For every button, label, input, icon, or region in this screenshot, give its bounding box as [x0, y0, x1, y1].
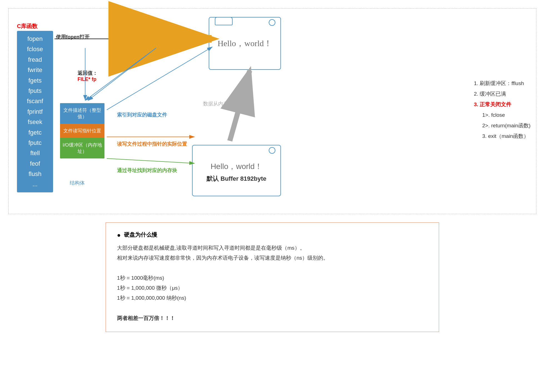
memory-block-text: Hello，world！	[211, 158, 263, 172]
func-flush: flush	[17, 169, 53, 179]
mem-label: 通过寻址找到对应的内存块	[117, 167, 177, 174]
memory-block-box: Hello，world！ 默认 Buffer 8192byte	[192, 145, 281, 196]
flush-item-1: 1. 刷新缓冲区：fflush	[474, 78, 530, 89]
func-fseek: fseek	[17, 117, 53, 127]
return-val: 返回值： FILE* fp	[78, 70, 98, 82]
data-flush-label: 数据从内存刷新到磁盘	[203, 100, 253, 107]
note-line3: 1秒 = 1000毫秒(ms)	[117, 273, 428, 283]
flush-item-6: 3. exit（main函数）	[482, 131, 530, 142]
flush-panel: 1. 刷新缓冲区：fflush 2. 缓冲区已满 3. 正常关闭文件 1>. f…	[474, 78, 530, 142]
flush-item-2: 2. 缓冲区已满	[474, 89, 530, 99]
svg-line-9	[107, 47, 212, 110]
main-diagram: C库函数 fopen fclose fread fwrite fgets fpu…	[8, 8, 536, 214]
rw-label: 读写文件过程中指针的实际位置	[117, 141, 187, 147]
scroll-curl-top	[269, 19, 275, 26]
func-fscanf: fscanf	[17, 96, 53, 106]
note-line6: 两者相差一百万倍！！！	[117, 313, 428, 323]
flush-item-5: 2>. return(main函数)	[482, 120, 530, 131]
note-line1: 大部分硬盘都是机械硬盘,读取寻道时间和写入寻道时间都是是在毫秒级（ms）。	[117, 243, 428, 253]
disk-file-text: Hello，world！	[218, 38, 272, 49]
struct-label: 结构体	[70, 180, 85, 186]
file-io-section: I/O缓冲区（内存地址）	[60, 138, 104, 158]
c-lib-box: fopen fclose fread fwrite fgets fputs fs…	[17, 31, 53, 192]
file-rw-section: 文件读写指针位置	[60, 124, 104, 138]
note-title: 硬盘为什么慢	[124, 231, 157, 239]
func-dots: ...	[17, 179, 53, 189]
note-line5: 1秒 = 1,000,000,000 纳秒(ns)	[117, 293, 428, 303]
disk-file-box: Hello，world！	[209, 17, 281, 70]
buffer-label: 默认 Buffer 8192byte	[206, 175, 266, 183]
file-struct: 文件描述符（整型值） 文件读写指针位置 I/O缓冲区（内存地址）	[60, 103, 104, 158]
func-fopen: fopen	[17, 34, 53, 44]
func-fgetc: fgetc	[17, 127, 53, 138]
func-feof: feof	[17, 158, 53, 169]
svg-line-11	[107, 158, 194, 163]
flush-item-4: 1>. fclose	[482, 110, 530, 120]
bullet-icon: ●	[117, 232, 121, 239]
index-label: 索引到对应的磁盘文件	[117, 111, 167, 118]
func-fclose: fclose	[17, 44, 53, 54]
bottom-note-box: ● 硬盘为什么慢 大部分硬盘都是机械硬盘,读取寻道时间和写入寻道时间都是是在毫秒…	[106, 222, 439, 332]
func-fgets: fgets	[17, 75, 53, 86]
func-ftell: ftell	[17, 148, 53, 158]
note-line4: 1秒 = 1,000,000 微秒（μs）	[117, 283, 428, 293]
memory-block-inner: Hello，world！ 默认 Buffer 8192byte	[193, 145, 280, 196]
func-fread: fread	[17, 54, 53, 65]
file-desc-section: 文件描述符（整型值）	[60, 103, 104, 124]
note-line2: 相对来说内存读写速度都非常快，因为内存术语电子设备，读写速度是纳秒（ns）级别的…	[117, 253, 428, 263]
func-fputc: fputc	[17, 138, 53, 148]
flush-item-3: 3. 正常关闭文件	[474, 99, 530, 110]
svg-line-7	[88, 48, 156, 100]
hello-txt-node: hello.txt	[128, 28, 178, 47]
scroll-curl-bottom	[269, 147, 275, 154]
c-lib-label: C库函数	[17, 23, 38, 30]
func-fputs: fputs	[17, 86, 53, 96]
func-fwrite: fwrite	[17, 65, 53, 75]
note-body: 大部分硬盘都是机械硬盘,读取寻道时间和写入寻道时间都是是在毫秒级（ms）。 相对…	[117, 243, 428, 323]
fopen-label: 使用fopen打开	[56, 34, 89, 40]
func-fprintf: fprintf	[17, 106, 53, 117]
